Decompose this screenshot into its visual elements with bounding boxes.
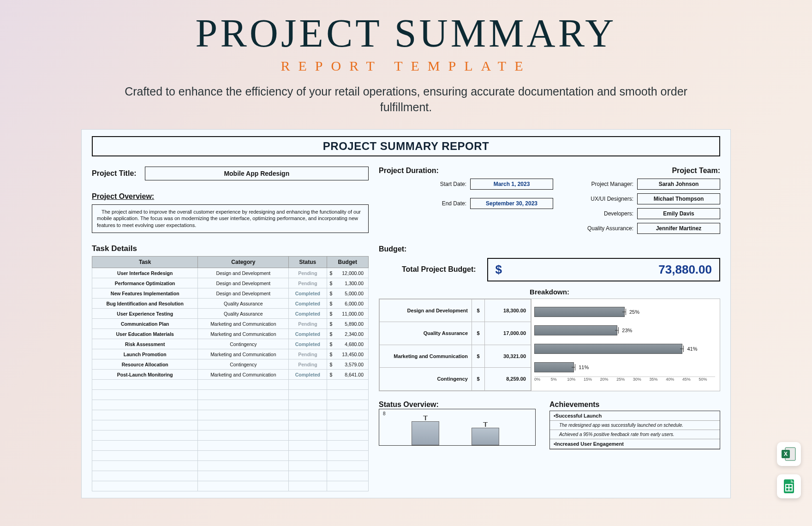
currency-symbol: $ (496, 263, 502, 277)
table-row: User Education MaterialsMarketing and Co… (92, 329, 369, 339)
axis-tick: 45% (682, 377, 699, 382)
start-date-value: March 1, 2023 (470, 179, 553, 190)
total-budget-label: Total Project Budget: (402, 265, 476, 274)
achievement-head: •Increased User Engagement (550, 439, 720, 449)
table-row-empty (92, 451, 369, 461)
axis-tick: 50% (699, 377, 715, 382)
team-row: Developers:Emily Davis (563, 208, 720, 219)
status-chart: 8 (379, 409, 536, 446)
axis-tick: 10% (567, 377, 584, 382)
breakdown-bar: 41% (534, 340, 715, 358)
table-row: Risk AssessmentContingencyCompleted$4,68… (92, 339, 369, 349)
project-title-value: Mobile App Redesign (145, 167, 369, 180)
sheets-icon[interactable] (777, 474, 801, 498)
achievements-box: •Successful LaunchThe redesigned app was… (549, 411, 720, 449)
doc-title: PROJECT SUMMARY REPORT (92, 136, 720, 156)
achievement-item: Achieved a 95% positive feedback rate fr… (550, 430, 720, 439)
axis-tick: 25% (616, 377, 633, 382)
table-row: User Interface RedesignDesign and Develo… (92, 268, 369, 278)
axis-tick: 40% (666, 377, 682, 382)
table-row-empty (92, 441, 369, 451)
task-header: Budget (327, 257, 368, 268)
hero-title: PROJECT SUMMARY (0, 10, 812, 56)
table-row-empty (92, 400, 369, 410)
app-icons-group: X (777, 442, 801, 498)
table-row: Post-Launch MonitoringMarketing and Comm… (92, 370, 369, 380)
end-date-label: End Date: (442, 200, 466, 207)
axis-tick: 30% (633, 377, 650, 382)
table-row: User Experience TestingQuality Assurance… (92, 309, 369, 319)
team-row: Quality Assurance:Jennifer Martinez (563, 223, 720, 234)
table-row-empty (92, 390, 369, 400)
hero-header: PROJECT SUMMARY REPORT TEMPLATE Crafted … (0, 0, 812, 115)
overview-text: The project aimed to improve the overall… (92, 204, 369, 233)
table-row-empty (92, 430, 369, 441)
achievement-item: The redesigned app was successfully laun… (550, 421, 720, 430)
breakdown-bar: 11% (534, 358, 715, 377)
axis-tick: 0% (534, 377, 551, 382)
excel-icon[interactable]: X (777, 442, 801, 466)
breakdown-section: Design and Development$18,300.00Quality … (379, 299, 720, 391)
tasks-heading: Task Details (92, 244, 369, 253)
project-title-label: Project Title: (92, 169, 137, 178)
task-header: Task (92, 257, 198, 268)
document-preview: PROJECT SUMMARY REPORT Project Title: Mo… (81, 129, 731, 499)
table-row-empty (92, 420, 369, 430)
end-date-value: September 30, 2023 (470, 198, 553, 209)
status-overview-label: Status Overview: (379, 400, 536, 409)
svg-text:X: X (784, 451, 788, 457)
table-row: Resource AllocationContingencyPending$3,… (92, 359, 369, 370)
table-row-empty (92, 461, 369, 471)
table-row: New Features ImplementationDesign and De… (92, 288, 369, 299)
table-row: Communication PlanMarketing and Communic… (92, 319, 369, 329)
axis-tick: 20% (600, 377, 617, 382)
task-header: Status (289, 257, 327, 268)
breakdown-chart: 25%23%41%11% 0%5%10%15%20%25%30%35%40%45… (531, 299, 720, 391)
overview-label: Project Overview: (92, 192, 369, 201)
achievement-head: •Successful Launch (550, 411, 720, 421)
table-row-empty (92, 380, 369, 390)
team-row: Project Manager:Sarah Johnson (563, 179, 720, 190)
team-row: UX/UI Designers:Michael Thompson (563, 193, 720, 204)
hero-description: Crafted to enhance the efficiency of you… (111, 84, 701, 115)
task-header: Category (198, 257, 289, 268)
breakdown-row: Quality Assurance$17,000.00 (380, 322, 531, 345)
start-date-label: Start Date: (440, 181, 466, 187)
hero-subtitle: REPORT TEMPLATE (0, 58, 812, 74)
table-row-empty (92, 481, 369, 491)
table-row-empty (92, 471, 369, 481)
tasks-table: TaskCategoryStatusBudget User Interface … (92, 256, 369, 491)
team-label: Project Team: (563, 167, 720, 175)
status-ytick: 8 (383, 411, 386, 416)
breakdown-row: Design and Development$18,300.00 (380, 299, 531, 322)
breakdown-row: Contingency$8,259.00 (380, 368, 531, 391)
duration-label: Project Duration: (379, 167, 553, 175)
breakdown-bar: 25% (534, 303, 715, 321)
achievements-label: Achievements (549, 400, 720, 409)
table-row: Bug Identification and ResolutionQuality… (92, 299, 369, 309)
breakdown-label: Breakdown: (379, 288, 720, 296)
table-row: Launch PromotionMarketing and Communicat… (92, 349, 369, 359)
axis-tick: 5% (551, 377, 567, 382)
total-budget-value: 73,880.00 (658, 263, 712, 277)
table-row: Performance OptimizationDesign and Devel… (92, 278, 369, 288)
breakdown-bar: 23% (534, 321, 715, 340)
budget-label: Budget: (379, 245, 720, 253)
axis-tick: 15% (584, 377, 600, 382)
axis-tick: 35% (649, 377, 666, 382)
table-row-empty (92, 410, 369, 420)
total-budget-box: $ 73,880.00 (487, 258, 720, 281)
breakdown-row: Marketing and Communication$30,321.00 (380, 345, 531, 368)
